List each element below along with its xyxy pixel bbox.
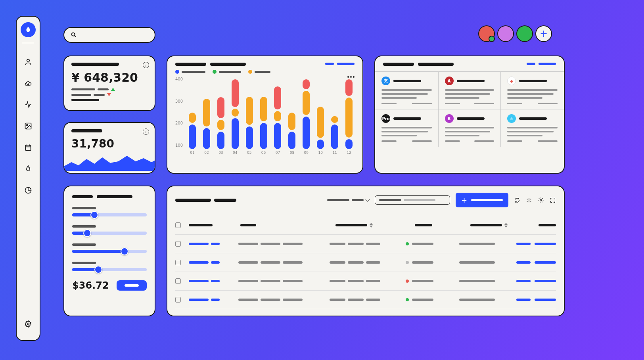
column-width-icon[interactable] — [526, 197, 532, 203]
svg-point-4 — [27, 323, 29, 325]
filters-card: $36.72 — [63, 186, 155, 316]
add-avatar-button[interactable]: + — [535, 25, 552, 42]
app-tile-ant-pro[interactable]: Pro — [375, 109, 438, 147]
row-action-1[interactable] — [516, 280, 531, 282]
bar-06: 06 — [258, 79, 269, 155]
bar-09: 09 — [301, 79, 312, 155]
refresh-icon[interactable] — [514, 197, 520, 203]
svg-rect-3 — [25, 145, 31, 150]
search-input[interactable] — [63, 27, 155, 43]
info-icon[interactable]: i — [143, 62, 149, 68]
chart-legend — [175, 70, 355, 74]
revenue-value: ¥ 648,320 — [71, 71, 148, 84]
slider-2[interactable] — [64, 243, 155, 253]
row-checkbox[interactable] — [175, 297, 181, 303]
app-logo[interactable] — [21, 22, 36, 37]
row-action-2[interactable] — [535, 299, 556, 301]
revenue-card: i ¥ 648,320 — [63, 56, 155, 111]
row-action-1[interactable] — [516, 243, 531, 245]
bar-11: 11 — [329, 79, 340, 155]
row-action-2[interactable] — [535, 243, 556, 245]
table-row — [175, 253, 556, 272]
bar-02: 02 — [201, 79, 212, 155]
chart-link[interactable] — [325, 63, 355, 65]
area-sparkline — [64, 153, 155, 171]
bar-05: 05 — [244, 79, 255, 155]
slider-0[interactable] — [64, 207, 155, 216]
table-row — [175, 272, 556, 291]
apps-card: 支 A ◆ Pro B — [374, 56, 565, 174]
chart-card: 400300200100 01 02 03 — [167, 56, 363, 174]
settings-icon[interactable] — [24, 320, 33, 328]
user-icon[interactable] — [24, 57, 33, 66]
app-tile-angular[interactable]: A — [438, 71, 501, 109]
row-action-1[interactable] — [516, 299, 531, 301]
app-tile-alipay[interactable]: 支 — [375, 71, 438, 109]
activity-icon[interactable] — [24, 100, 33, 109]
plus-icon: + — [461, 196, 467, 204]
bar-03: 03 — [215, 79, 226, 155]
cloud-download-icon[interactable] — [24, 79, 33, 88]
bar-01: 01 — [187, 79, 198, 155]
slider-1[interactable] — [64, 225, 155, 235]
svg-point-6 — [540, 199, 542, 201]
row-checkbox[interactable] — [175, 241, 181, 247]
apply-button[interactable] — [117, 280, 147, 291]
sort-icon[interactable] — [504, 223, 508, 228]
bar-10: 10 — [315, 79, 326, 155]
bar-12: 12 — [343, 79, 355, 155]
trend-down-icon — [107, 93, 111, 96]
visitors-title — [71, 129, 102, 132]
table-search-input[interactable] — [375, 195, 450, 205]
fullscreen-icon[interactable] — [550, 197, 556, 203]
bar-08: 08 — [286, 79, 297, 155]
table-card: + — [167, 186, 565, 316]
select-all-checkbox[interactable] — [175, 222, 181, 228]
row-action-2[interactable] — [535, 280, 556, 282]
avatar-3[interactable] — [516, 25, 533, 42]
table-row — [175, 235, 556, 253]
search-icon — [71, 32, 77, 38]
image-icon[interactable] — [24, 122, 33, 130]
revenue-title — [71, 63, 119, 66]
sidebar — [16, 16, 40, 341]
add-button[interactable]: + — [456, 193, 508, 207]
trend-up-icon — [111, 88, 115, 91]
table-header-row — [175, 220, 556, 235]
visitors-card: i 31,780 — [63, 122, 155, 174]
calendar-icon[interactable] — [24, 143, 33, 152]
chevron-down-icon — [365, 197, 370, 201]
app-tile-react[interactable]: ⚛ — [501, 109, 564, 147]
filter-price: $36.72 — [72, 280, 109, 291]
sort-icon[interactable] — [370, 223, 373, 228]
row-checkbox[interactable] — [175, 278, 181, 284]
svg-point-2 — [27, 124, 28, 126]
fire-icon[interactable] — [24, 165, 33, 173]
bar-07: 07 — [272, 79, 284, 155]
avatar-1[interactable] — [478, 25, 495, 42]
row-action-2[interactable] — [535, 261, 556, 264]
pie-chart-icon[interactable] — [24, 186, 33, 195]
svg-point-0 — [27, 59, 30, 62]
apps-link[interactable] — [527, 63, 556, 66]
row-checkbox[interactable] — [175, 260, 181, 265]
app-tile-bootstrap[interactable]: B — [438, 109, 501, 147]
table-filter-select[interactable] — [327, 199, 369, 201]
bar-04: 04 — [230, 79, 241, 155]
table-row — [175, 291, 556, 309]
app-tile-ant-design[interactable]: ◆ — [501, 71, 564, 109]
info-icon[interactable]: i — [143, 128, 149, 135]
gear-icon[interactable] — [538, 197, 544, 203]
visitors-value: 31,780 — [71, 137, 155, 150]
user-avatars: + — [478, 25, 552, 42]
slider-3[interactable] — [64, 262, 155, 271]
svg-point-5 — [72, 33, 75, 36]
avatar-2[interactable] — [497, 25, 514, 42]
row-action-1[interactable] — [516, 261, 531, 264]
